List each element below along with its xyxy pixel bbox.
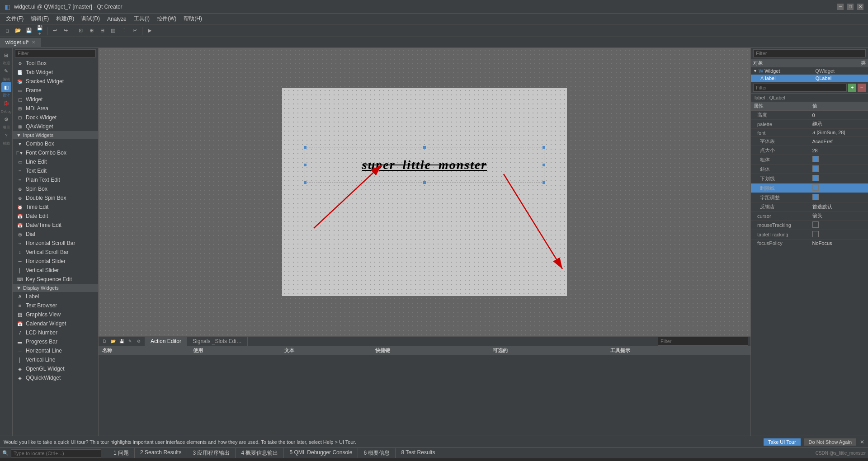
- widget-item-opengl-widget[interactable]: ◈OpenGL Widget: [13, 364, 98, 373]
- right-filter-input[interactable]: [753, 49, 866, 57]
- minimize-button[interactable]: ─: [837, 4, 844, 10]
- status-item[interactable]: 2 Search Results: [135, 448, 187, 458]
- widget-item-combo-box[interactable]: ▼Combo Box: [13, 139, 98, 148]
- break-layout-button[interactable]: ✂: [130, 26, 140, 36]
- label-widget[interactable]: super_little_monster: [305, 147, 544, 183]
- sidebar-item-help[interactable]: ?: [1, 131, 11, 141]
- widget-item-tab-widget[interactable]: 📑Tab Widget: [13, 68, 98, 77]
- bottom-plus-btn[interactable]: ⚙: [135, 338, 142, 345]
- prop-row[interactable]: 删除线: [751, 183, 868, 193]
- widget-item-mdi-area[interactable]: ⊞MDI Area: [13, 104, 98, 113]
- prop-value-cell[interactable]: 28: [810, 146, 868, 155]
- checkbox-checked-icon[interactable]: [812, 165, 819, 172]
- align-right-button[interactable]: ⊟: [97, 26, 107, 36]
- canvas-container[interactable]: super_little_monster: [99, 48, 750, 336]
- widget-item-text-browser[interactable]: ≡Text Browser: [13, 301, 98, 310]
- checkbox-checked-icon[interactable]: [812, 184, 819, 191]
- checkbox-checked-icon[interactable]: [812, 194, 819, 200]
- widget-item-date-edit[interactable]: 📅Date Edit: [13, 212, 98, 221]
- locate-input[interactable]: [11, 449, 101, 457]
- status-item[interactable]: 4 概要信息输出: [236, 448, 284, 458]
- prop-value-cell[interactable]: 首选默认: [810, 202, 868, 212]
- prop-row[interactable]: mouseTracking: [751, 221, 868, 230]
- widget-item-vertical-scroll-bar[interactable]: ↕Vertical Scroll Bar: [13, 248, 98, 257]
- prop-row[interactable]: cursor箭头: [751, 212, 868, 221]
- handle-ml[interactable]: [304, 164, 307, 166]
- handle-br[interactable]: [542, 181, 545, 184]
- widget-item-horizontal-slider[interactable]: ─Horizontal Slider: [13, 257, 98, 266]
- prop-row[interactable]: font𝐴 [SimSun, 28]: [751, 129, 868, 137]
- handle-tm[interactable]: [423, 146, 426, 149]
- bottom-save-btn[interactable]: 💾: [118, 338, 125, 345]
- prop-value-cell[interactable]: 继承: [810, 120, 868, 129]
- sidebar-item-design[interactable]: ◧: [1, 82, 11, 92]
- widget-item-horizontal-scroll-bar[interactable]: ↔Horizontal Scroll Bar: [13, 239, 98, 248]
- handle-tr[interactable]: [542, 146, 545, 149]
- align-left-button[interactable]: ⊡: [75, 26, 85, 36]
- open-button[interactable]: 📂: [13, 26, 23, 36]
- prop-filter-input[interactable]: [753, 84, 847, 92]
- widget-item-progress-bar[interactable]: ▬Progress Bar: [13, 337, 98, 346]
- prop-value-cell[interactable]: [810, 230, 868, 240]
- widget-item-vertical-line[interactable]: │Vertical Line: [13, 355, 98, 364]
- status-item[interactable]: 3 应用程序输出: [187, 448, 236, 458]
- prop-value-cell[interactable]: [810, 221, 868, 230]
- checkbox-checked-icon[interactable]: [812, 175, 819, 181]
- prop-value-cell[interactable]: NoFocus: [810, 240, 868, 247]
- widget-filter-input[interactable]: [15, 49, 96, 57]
- prop-row[interactable]: 反锯齿首选默认: [751, 202, 868, 212]
- widget-item-vertical-slider[interactable]: │Vertical Slider: [13, 266, 98, 275]
- sidebar-item-project[interactable]: ⚙: [1, 114, 11, 124]
- save-button[interactable]: 💾: [24, 26, 34, 36]
- prop-row[interactable]: 下划线: [751, 174, 868, 183]
- layout-button[interactable]: ▥: [108, 26, 118, 36]
- align-center-button[interactable]: ⊞: [86, 26, 96, 36]
- prop-value-cell[interactable]: [810, 165, 868, 174]
- sidebar-item-welcome[interactable]: ⊞: [1, 50, 11, 60]
- widget-item-date/time-edit[interactable]: 📅Date/Time Edit: [13, 221, 98, 230]
- menubar-item-f[interactable]: 文件(F): [2, 14, 27, 24]
- sidebar-item-debug[interactable]: 🐞: [1, 99, 11, 108]
- take-tour-button[interactable]: Take UI Tour: [764, 438, 801, 446]
- widget-item-dial[interactable]: ◎Dial: [13, 230, 98, 239]
- preview-button[interactable]: ▶: [145, 26, 155, 36]
- menubar-item-analyze[interactable]: Analyze: [104, 15, 130, 23]
- status-item[interactable]: 8 Test Results: [396, 448, 441, 458]
- prop-add-button[interactable]: +: [848, 84, 856, 92]
- widget-item-key-sequence-edit[interactable]: ⌨Key Sequence Edit: [13, 275, 98, 284]
- tab-action-editor[interactable]: Action Editor: [145, 337, 187, 346]
- prop-row[interactable]: 高度0: [751, 111, 868, 120]
- prop-value-cell[interactable]: [810, 174, 868, 183]
- checkbox-checked-icon[interactable]: [812, 156, 819, 162]
- widget-item-time-edit[interactable]: ⏰Time Edit: [13, 202, 98, 212]
- grid-button[interactable]: ⋮: [119, 26, 129, 36]
- checkbox-unchecked-icon[interactable]: [812, 231, 819, 237]
- menubar-item-d[interactable]: 调试(D): [78, 14, 104, 24]
- widget-item-horizontal-line[interactable]: ─Horizontal Line: [13, 346, 98, 355]
- tree-row-widget[interactable]: ▼ W Widget QWidget: [751, 67, 868, 75]
- menubar-item-w[interactable]: 控件(W): [153, 14, 180, 24]
- widget-item-calendar-widget[interactable]: 📅Calendar Widget: [13, 319, 98, 328]
- widget-item-widget[interactable]: ▢Widget: [13, 95, 98, 104]
- prop-row[interactable]: 粗体: [751, 155, 868, 165]
- new-button[interactable]: 🗋: [2, 26, 12, 36]
- widget-item-stacked-widget[interactable]: 📚Stacked Widget: [13, 77, 98, 86]
- save-all-button[interactable]: 💾+: [35, 26, 45, 36]
- handle-bl[interactable]: [304, 181, 307, 184]
- tree-row-label[interactable]: A label QLabel: [751, 75, 868, 82]
- menubar-item-b[interactable]: 构建(B): [52, 14, 78, 24]
- widget-item-dock-widget[interactable]: ⊡Dock Widget: [13, 113, 98, 122]
- prop-row[interactable]: focusPolicyNoFocus: [751, 240, 868, 247]
- menubar-item-i[interactable]: 工具(I): [130, 14, 153, 24]
- bottom-open-btn[interactable]: 📂: [109, 338, 117, 345]
- prop-value-cell[interactable]: 𝐴 [SimSun, 28]: [810, 129, 868, 137]
- prop-row[interactable]: 字体族AcadEref: [751, 137, 868, 146]
- prop-remove-button[interactable]: −: [858, 84, 866, 92]
- handle-tl[interactable]: [304, 146, 307, 149]
- widget-item-tool-box[interactable]: ⚙Tool Box: [13, 59, 98, 68]
- prop-value-cell[interactable]: [810, 183, 868, 193]
- widget-item-text-edit[interactable]: ≡Text Edit: [13, 166, 98, 175]
- sidebar-item-edit[interactable]: ✎: [1, 66, 11, 76]
- close-button[interactable]: ✕: [857, 4, 863, 10]
- maximize-button[interactable]: □: [847, 4, 854, 10]
